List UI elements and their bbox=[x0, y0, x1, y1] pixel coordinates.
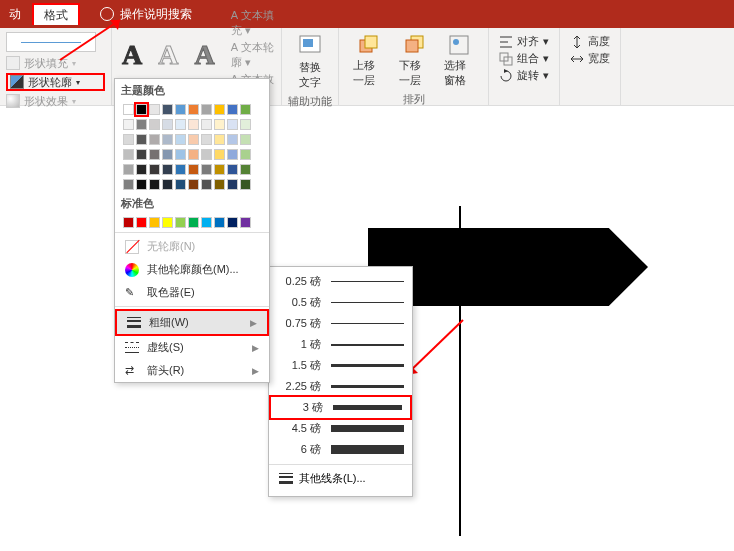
color-swatch[interactable] bbox=[201, 104, 212, 115]
color-swatch[interactable] bbox=[214, 179, 225, 190]
weight-option[interactable]: 0.25 磅 bbox=[269, 271, 412, 292]
color-swatch[interactable] bbox=[123, 149, 134, 160]
alt-text-button[interactable]: 替换 文字 bbox=[288, 30, 332, 94]
color-swatch[interactable] bbox=[227, 119, 238, 130]
selection-pane-button[interactable]: 选择窗格 bbox=[436, 30, 482, 92]
color-swatch[interactable] bbox=[175, 217, 186, 228]
weight-option[interactable]: 2.25 磅 bbox=[269, 376, 412, 397]
send-backward-button[interactable]: 下移一层 bbox=[391, 30, 437, 92]
weight-option[interactable]: 0.5 磅 bbox=[269, 292, 412, 313]
color-swatch[interactable] bbox=[201, 119, 212, 130]
wordart-style-1[interactable]: A bbox=[118, 39, 146, 71]
group-button[interactable]: 组合 ▾ bbox=[499, 51, 549, 66]
color-swatch[interactable] bbox=[149, 104, 160, 115]
shape-outline-button[interactable]: 形状轮廓▾ bbox=[6, 73, 105, 91]
color-swatch[interactable] bbox=[149, 119, 160, 130]
color-swatch[interactable] bbox=[123, 104, 134, 115]
color-swatch[interactable] bbox=[162, 119, 173, 130]
color-swatch[interactable] bbox=[136, 164, 147, 175]
tab-format[interactable]: 格式 bbox=[32, 3, 80, 25]
weight-option[interactable]: 0.75 磅 bbox=[269, 313, 412, 334]
color-swatch[interactable] bbox=[123, 119, 134, 130]
color-swatch[interactable] bbox=[123, 134, 134, 145]
wordart-style-2[interactable]: A bbox=[154, 39, 182, 71]
shape-style-gallery[interactable] bbox=[6, 32, 96, 52]
color-swatch[interactable] bbox=[188, 104, 199, 115]
color-swatch[interactable] bbox=[149, 164, 160, 175]
color-swatch[interactable] bbox=[149, 179, 160, 190]
color-swatch[interactable] bbox=[227, 149, 238, 160]
height-input[interactable]: 高度 bbox=[570, 34, 610, 49]
color-swatch[interactable] bbox=[136, 134, 147, 145]
arrows-item[interactable]: ⇄箭头(R)▶ bbox=[115, 359, 269, 382]
eyedropper-item[interactable]: ✎取色器(E) bbox=[115, 281, 269, 304]
more-colors-item[interactable]: 其他轮廓颜色(M)... bbox=[115, 258, 269, 281]
color-swatch[interactable] bbox=[175, 149, 186, 160]
more-lines-item[interactable]: 其他线条(L)... bbox=[269, 464, 412, 492]
color-swatch[interactable] bbox=[175, 119, 186, 130]
color-swatch[interactable] bbox=[136, 104, 147, 115]
weight-option[interactable]: 6 磅 bbox=[269, 439, 412, 460]
color-swatch[interactable] bbox=[136, 179, 147, 190]
color-swatch[interactable] bbox=[214, 149, 225, 160]
color-swatch[interactable] bbox=[214, 119, 225, 130]
color-swatch[interactable] bbox=[201, 134, 212, 145]
color-swatch[interactable] bbox=[201, 149, 212, 160]
color-swatch[interactable] bbox=[162, 179, 173, 190]
color-swatch[interactable] bbox=[175, 179, 186, 190]
color-swatch[interactable] bbox=[240, 134, 251, 145]
color-swatch[interactable] bbox=[162, 149, 173, 160]
color-swatch[interactable] bbox=[188, 119, 199, 130]
color-swatch[interactable] bbox=[240, 179, 251, 190]
align-button[interactable]: 对齐 ▾ bbox=[499, 34, 549, 49]
weight-item[interactable]: 粗细(W)▶ bbox=[115, 309, 269, 336]
color-swatch[interactable] bbox=[240, 149, 251, 160]
color-swatch[interactable] bbox=[214, 134, 225, 145]
color-swatch[interactable] bbox=[240, 119, 251, 130]
color-swatch[interactable] bbox=[136, 149, 147, 160]
bring-forward-button[interactable]: 上移一层 bbox=[345, 30, 391, 92]
color-swatch[interactable] bbox=[175, 104, 186, 115]
color-swatch[interactable] bbox=[162, 104, 173, 115]
color-swatch[interactable] bbox=[136, 119, 147, 130]
weight-option[interactable]: 1.5 磅 bbox=[269, 355, 412, 376]
color-swatch[interactable] bbox=[240, 104, 251, 115]
color-swatch[interactable] bbox=[227, 104, 238, 115]
color-swatch[interactable] bbox=[123, 217, 134, 228]
color-swatch[interactable] bbox=[214, 104, 225, 115]
color-swatch[interactable] bbox=[227, 217, 238, 228]
color-swatch[interactable] bbox=[188, 164, 199, 175]
color-swatch[interactable] bbox=[214, 217, 225, 228]
color-swatch[interactable] bbox=[188, 134, 199, 145]
color-swatch[interactable] bbox=[162, 134, 173, 145]
weight-option[interactable]: 3 磅 bbox=[269, 395, 412, 420]
color-swatch[interactable] bbox=[162, 217, 173, 228]
color-swatch[interactable] bbox=[149, 149, 160, 160]
rotate-button[interactable]: 旋转 ▾ bbox=[499, 68, 549, 83]
color-swatch[interactable] bbox=[188, 179, 199, 190]
text-fill-button[interactable]: A 文本填充 ▾ bbox=[231, 8, 275, 38]
color-swatch[interactable] bbox=[227, 134, 238, 145]
tell-me-search[interactable]: 操作说明搜索 bbox=[100, 6, 192, 23]
color-swatch[interactable] bbox=[240, 217, 251, 228]
width-input[interactable]: 宽度 bbox=[570, 51, 610, 66]
weight-option[interactable]: 4.5 磅 bbox=[269, 418, 412, 439]
weight-option[interactable]: 1 磅 bbox=[269, 334, 412, 355]
no-outline-item[interactable]: 无轮廓(N) bbox=[115, 235, 269, 258]
shape-fill-button[interactable]: 形状填充▾ bbox=[6, 54, 105, 72]
color-swatch[interactable] bbox=[136, 217, 147, 228]
wordart-style-3[interactable]: A bbox=[190, 39, 218, 71]
color-swatch[interactable] bbox=[201, 164, 212, 175]
tab-partial[interactable]: 动 bbox=[0, 6, 30, 23]
color-swatch[interactable] bbox=[188, 149, 199, 160]
color-swatch[interactable] bbox=[175, 164, 186, 175]
color-swatch[interactable] bbox=[162, 164, 173, 175]
color-swatch[interactable] bbox=[227, 179, 238, 190]
color-swatch[interactable] bbox=[188, 217, 199, 228]
color-swatch[interactable] bbox=[227, 164, 238, 175]
color-swatch[interactable] bbox=[201, 179, 212, 190]
color-swatch[interactable] bbox=[240, 164, 251, 175]
color-swatch[interactable] bbox=[123, 179, 134, 190]
dashes-item[interactable]: 虚线(S)▶ bbox=[115, 336, 269, 359]
color-swatch[interactable] bbox=[149, 217, 160, 228]
